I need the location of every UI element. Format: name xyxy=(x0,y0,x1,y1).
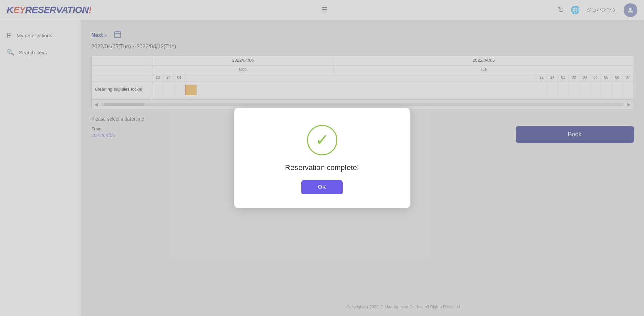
modal-overlay: ✓ Reservation complete! OK xyxy=(0,0,644,316)
ok-button[interactable]: OK xyxy=(301,180,343,194)
success-circle: ✓ xyxy=(307,125,337,155)
check-icon: ✓ xyxy=(315,132,329,148)
modal-message: Reservation complete! xyxy=(285,163,359,172)
modal-dialog: ✓ Reservation complete! OK xyxy=(234,108,410,208)
